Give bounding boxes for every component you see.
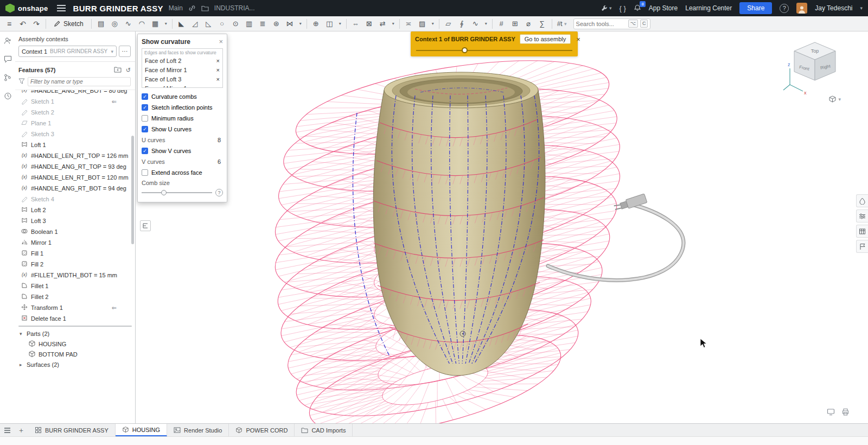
workspace-name[interactable]: Main	[169, 4, 183, 12]
context-rollback-slider[interactable]	[416, 46, 572, 57]
feature-row[interactable]: Delete face 1	[15, 313, 135, 324]
share-button[interactable]: Share	[739, 2, 772, 14]
new-folder-icon[interactable]	[114, 66, 122, 74]
view-options-button[interactable]: ▾	[828, 96, 841, 103]
remove-face-icon[interactable]: ×	[216, 67, 220, 73]
context-options-button[interactable]: ⋯	[119, 46, 131, 57]
composite-curve-tool-icon[interactable]: ∿	[469, 18, 482, 30]
feature-row[interactable]: Boolean 1	[15, 226, 135, 237]
show-v-curves-checkbox[interactable]: ✓ Show V curves	[142, 145, 223, 156]
undo-icon[interactable]: ↶	[17, 18, 29, 30]
feature-row[interactable]: Fillet 2	[15, 291, 135, 302]
context-slider-handle[interactable]	[462, 47, 468, 53]
feature-filter-input[interactable]	[28, 77, 131, 86]
chamfer-tool-icon[interactable]: ◿	[189, 18, 201, 30]
document-tab-cad-imports[interactable]: CAD Imports	[295, 424, 353, 436]
notifications-bell-icon[interactable]: 8	[634, 4, 641, 12]
loft-tool-icon[interactable]: ◠	[136, 18, 148, 30]
measure-tool-icon[interactable]: ⌀	[522, 18, 535, 30]
pattern-dropdown-icon[interactable]: ▾	[297, 18, 304, 30]
rollback-bar[interactable]	[18, 326, 132, 327]
rollback-history-icon[interactable]: ↺	[126, 67, 131, 74]
draft-tool-icon[interactable]: ◺	[202, 18, 215, 30]
main-menu-icon[interactable]	[57, 5, 66, 11]
move-face-tool-icon[interactable]: ⇄	[376, 18, 389, 30]
remove-face-icon[interactable]: ×	[216, 85, 220, 88]
revolve-tool-icon[interactable]: ◎	[108, 18, 121, 30]
curvature-face-row[interactable]: Face of Mirror 1×	[142, 65, 222, 74]
feature-row[interactable]: Mirror 1	[15, 237, 135, 248]
user-menu-caret-icon[interactable]: ▾	[860, 5, 863, 11]
banner-close-icon[interactable]: ×	[575, 35, 582, 43]
document-tab-housing[interactable]: HOUSING	[116, 424, 167, 436]
helix-tool-icon[interactable]: ∮	[456, 18, 468, 30]
notices-icon[interactable]	[856, 240, 868, 253]
feature-row[interactable]: Sketch 1⇐	[15, 96, 135, 107]
feature-row[interactable]: Fill 1	[15, 248, 135, 259]
show-u-curves-checkbox[interactable]: ✓Show U curves	[142, 124, 223, 135]
feature-row[interactable]: (x)#HANDLE_LEN_RT_BOT = 120 mm	[15, 172, 135, 183]
panel-toggle-icon[interactable]: ≡	[3, 18, 15, 30]
custom-tables-icon[interactable]	[856, 225, 868, 238]
variables-dropdown[interactable]: #t ▾	[556, 18, 569, 30]
feature-row[interactable]: Transform 1⇐	[15, 302, 135, 313]
feature-row[interactable]: (x)#HANDLE_ANG_RT_TOP = 93 deg	[15, 161, 135, 172]
panel-flyout-button[interactable]	[140, 220, 151, 231]
part-row[interactable]: BOTTOM PAD	[15, 349, 135, 359]
document-tab-render-studio[interactable]: Render Studio	[167, 424, 229, 436]
dialog-help-icon[interactable]: ?	[215, 189, 223, 196]
context-select[interactable]: Context 1 BURR GRINDER ASSY ▾	[18, 46, 117, 57]
appearance-editor-icon[interactable]	[856, 194, 868, 207]
3d-model-view[interactable]	[136, 31, 868, 423]
extend-across-face-checkbox[interactable]: Extend across face	[142, 167, 223, 178]
link-icon[interactable]	[188, 4, 196, 12]
v-curves-value[interactable]: 6	[218, 158, 221, 165]
sketch-button[interactable]: Sketch	[49, 19, 88, 29]
branch-icon[interactable]	[4, 74, 11, 84]
features-scrollbar[interactable]	[131, 136, 134, 244]
feature-row[interactable]: Sketch 3	[15, 129, 135, 139]
feature-row[interactable]: (x)#HANDLE_ANG_RT_BOT = 94 deg	[15, 183, 135, 194]
rib-tool-icon[interactable]: ▥	[243, 18, 256, 30]
feature-row[interactable]: Fillet 1	[15, 281, 135, 291]
curvature-combs-checkbox[interactable]: ✓Curvature combs	[142, 91, 223, 102]
u-curves-value[interactable]: 8	[218, 137, 221, 143]
view-cube[interactable]: Top Front Right z x	[781, 35, 844, 96]
onshape-logo[interactable]: onshape	[5, 4, 48, 13]
part-row[interactable]: HOUSING	[15, 339, 135, 349]
shell-tool-icon[interactable]: ○	[216, 18, 228, 30]
app-store-link[interactable]: App Store	[649, 4, 678, 12]
featurescript-icon[interactable]: { }	[620, 4, 626, 12]
graphics-viewport[interactable]: Show curvature × Edges and faces to show…	[136, 31, 868, 423]
curve-dropdown-icon[interactable]: ▾	[483, 18, 489, 30]
frame-tool-icon[interactable]: ⊞	[509, 18, 521, 30]
folder-name[interactable]: INDUSTRIA...	[214, 4, 255, 12]
circular-pattern-tool-icon[interactable]: ⊛	[270, 18, 283, 30]
curvature-face-row[interactable]: Face of Loft 3×	[142, 74, 222, 84]
help-icon[interactable]: ?	[780, 4, 789, 13]
feature-row[interactable]: (x)#HANDLE_ANG_RR_BOT = 80 deg	[15, 90, 135, 96]
mirror-tool-icon[interactable]: ⋈	[284, 18, 296, 30]
remove-face-icon[interactable]: ×	[216, 76, 220, 82]
transform-tool-icon[interactable]: ⇔	[349, 18, 362, 30]
boolean-tool-icon[interactable]: ⊕	[310, 18, 322, 30]
boolean-dropdown-icon[interactable]: ▾	[337, 18, 343, 30]
fill-surface-tool-icon[interactable]: ▨	[416, 18, 429, 30]
hole-tool-icon[interactable]: ⊙	[229, 18, 242, 30]
remove-face-icon[interactable]: ×	[216, 58, 220, 64]
boss-dropdown-icon[interactable]: ▾	[163, 18, 169, 30]
comments-icon[interactable]	[4, 55, 12, 65]
user-name[interactable]: Jay Tedeschi	[815, 4, 852, 12]
mass-properties-tool-icon[interactable]: ∑	[536, 18, 548, 30]
feature-row[interactable]: Loft 3	[15, 215, 135, 226]
extrude-tool-icon[interactable]: ▤	[95, 18, 107, 30]
parts-section-header[interactable]: ▾ Parts (2)	[15, 328, 135, 339]
linear-pattern-tool-icon[interactable]: ≣	[257, 18, 269, 30]
offset-surface-tool-icon[interactable]: ≍	[403, 18, 415, 30]
printer-icon[interactable]	[841, 408, 850, 418]
modify-dropdown-icon[interactable]: ▾	[390, 18, 397, 30]
thicken-tool-icon[interactable]: ▦	[149, 18, 162, 30]
minimum-radius-checkbox[interactable]: Minimum radius	[142, 113, 223, 124]
sheet-metal-tool-icon[interactable]: #	[495, 18, 508, 30]
feature-row[interactable]: (x)#FILLET_WIDTH_BOT = 15 mm	[15, 270, 135, 281]
